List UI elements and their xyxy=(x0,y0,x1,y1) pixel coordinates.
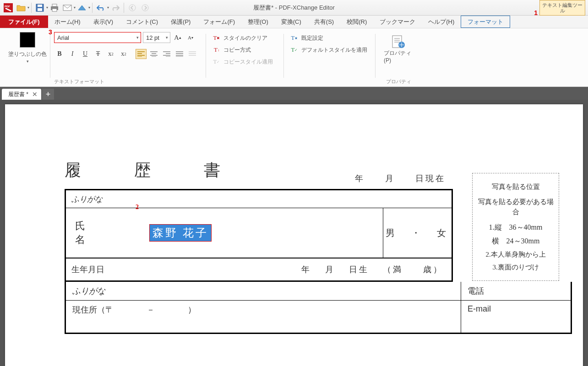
align-left-button[interactable] xyxy=(136,49,147,59)
photo-placeholder: 写真を貼る位置 写真を貼る必要がある場合 1.縦 36～40mm 横 24～30… xyxy=(472,173,559,281)
birth-fields: 年月日生 （満 歳） xyxy=(144,258,452,280)
default-style-apply-button[interactable]: T✓デフォルトスタイルを適用 xyxy=(288,44,370,56)
form-table-lower: ふりがな 電話 現住所（〒 － ） E-mail xyxy=(65,282,572,334)
align-center-button[interactable] xyxy=(148,49,159,59)
group-label-properties: プロパティ xyxy=(386,78,411,85)
new-tab-button[interactable]: + xyxy=(42,89,54,100)
fill-color-swatch[interactable] xyxy=(20,32,35,48)
menu-bar: ファイル(F) ホーム(H) 表示(V) コメント(C) 保護(P) フォーム(… xyxy=(0,16,588,28)
style-clear-button[interactable]: T✖スタイルのクリア xyxy=(210,32,270,44)
svg-rect-0 xyxy=(4,3,13,12)
svg-text:PDF: PDF xyxy=(5,5,10,8)
svg-rect-7 xyxy=(52,9,57,11)
callout-3: 3 xyxy=(49,28,52,36)
app-title: 履歴書* - PDF-XChange Editor xyxy=(253,4,335,12)
strike-button[interactable]: T xyxy=(93,48,103,59)
menu-file[interactable]: ファイル(F) xyxy=(0,16,48,28)
addr-furigana-label: ふりがな xyxy=(66,282,461,299)
underline-button[interactable]: U xyxy=(80,48,91,59)
phone-label: 電話 xyxy=(461,282,571,300)
document-canvas[interactable]: 履 歴 書 年 月 日現在 写真を貼る位置 写真を貼る必要がある場合 1.縦 3… xyxy=(0,100,588,366)
menu-protect[interactable]: 保護(P) xyxy=(164,16,197,28)
doc-title: 履 歴 書 xyxy=(65,159,537,182)
gender-cell: 男 ・ 女 xyxy=(383,208,452,258)
mail-button[interactable] xyxy=(61,2,73,14)
menu-comment[interactable]: コメント(C) xyxy=(120,16,164,28)
save-button[interactable] xyxy=(34,2,46,14)
menu-convert[interactable]: 変換(C) xyxy=(275,16,308,28)
menu-organize[interactable]: 整理(O) xyxy=(241,16,275,28)
copy-style-apply-button[interactable]: T✓コピースタイル適用 xyxy=(210,56,276,68)
default-setting-button[interactable]: T★既定設定 xyxy=(288,32,326,44)
menu-bookmark[interactable]: ブックマーク xyxy=(373,16,422,28)
print-button[interactable] xyxy=(49,2,60,14)
form-table-upper: ふりがな 氏 名 2 森野 花子 男 ・ 女 生年月日 年月日生 （満 歳） xyxy=(65,189,453,282)
tab-label: 履歴書 * xyxy=(8,91,28,98)
italic-button[interactable]: I xyxy=(67,48,78,59)
svg-rect-4 xyxy=(38,8,42,11)
address-label: 現住所（〒 － ） xyxy=(66,301,461,333)
menu-review[interactable]: 校閲(R) xyxy=(340,16,373,28)
ribbon: 3 塗りつぶしの色 ▾ Arial▾ 12 pt▾ A▴ A▾ B I U T … xyxy=(0,28,588,87)
birth-label: 生年月日 xyxy=(66,258,144,280)
fill-color-label: 塗りつぶしの色 xyxy=(8,50,47,58)
scan-button[interactable] xyxy=(76,2,88,14)
nav-fwd-button[interactable] xyxy=(139,2,151,14)
bold-button[interactable]: B xyxy=(54,48,65,59)
open-button[interactable] xyxy=(15,2,27,14)
group-label-textformat: テキストフォーマット xyxy=(54,78,104,85)
tab-close-button[interactable]: ✕ xyxy=(32,91,38,98)
copy-method-button[interactable]: T↓コピー方式 xyxy=(210,44,254,56)
align-justify-button[interactable] xyxy=(174,49,185,59)
svg-rect-3 xyxy=(38,5,42,7)
svg-point-9 xyxy=(129,5,136,11)
page: 履 歴 書 年 月 日現在 写真を貼る位置 写真を貼る必要がある場合 1.縦 3… xyxy=(5,104,583,366)
superscript-button[interactable]: x2 xyxy=(118,48,129,59)
font-size-select[interactable]: 12 pt▾ xyxy=(143,32,170,43)
menu-home[interactable]: ホーム(H) xyxy=(48,16,87,28)
nav-back-button[interactable] xyxy=(126,2,138,14)
document-tab[interactable]: 履歴書 * ✕ xyxy=(2,89,41,100)
menu-form[interactable]: フォーム(F) xyxy=(197,16,241,28)
redo-button[interactable] xyxy=(109,2,121,14)
document-tab-bar: 履歴書 * ✕ + xyxy=(0,87,588,100)
grow-font-button[interactable]: A▴ xyxy=(172,32,183,43)
name-label: 氏 名 xyxy=(66,208,144,258)
align-distribute-button[interactable] xyxy=(187,49,198,59)
date-row: 年 月 日現在 xyxy=(355,173,446,184)
svg-point-10 xyxy=(142,5,148,11)
email-label: E-mail xyxy=(461,301,571,333)
furigana-label: ふりがな xyxy=(66,190,383,208)
menu-share[interactable]: 共有(S) xyxy=(308,16,340,28)
name-value-selected[interactable]: 森野 花子 xyxy=(149,224,212,242)
menu-view[interactable]: 表示(V) xyxy=(87,16,120,28)
undo-button[interactable] xyxy=(95,2,107,14)
callout-2: 2 xyxy=(136,204,139,211)
quick-access-toolbar: PDF ▾ ▾ ▾ ▾ ▾ 履歴書* - PDF-XChange Editor … xyxy=(0,0,588,16)
callout-1: 1 xyxy=(534,9,538,16)
svg-rect-6 xyxy=(52,4,57,6)
menu-help[interactable]: ヘルプ(H) xyxy=(422,16,461,28)
shrink-font-button[interactable]: A▾ xyxy=(185,32,196,43)
properties-button[interactable]: プロパティ(P) xyxy=(379,32,418,65)
menu-format[interactable]: フォーマット xyxy=(461,16,510,28)
app-icon: PDF xyxy=(2,2,14,14)
font-family-select[interactable]: Arial▾ xyxy=(54,32,141,43)
subscript-button[interactable]: x2 xyxy=(105,48,116,59)
align-right-button[interactable] xyxy=(161,49,172,59)
text-edit-tool-box: テキスト編集ツール xyxy=(539,0,585,16)
